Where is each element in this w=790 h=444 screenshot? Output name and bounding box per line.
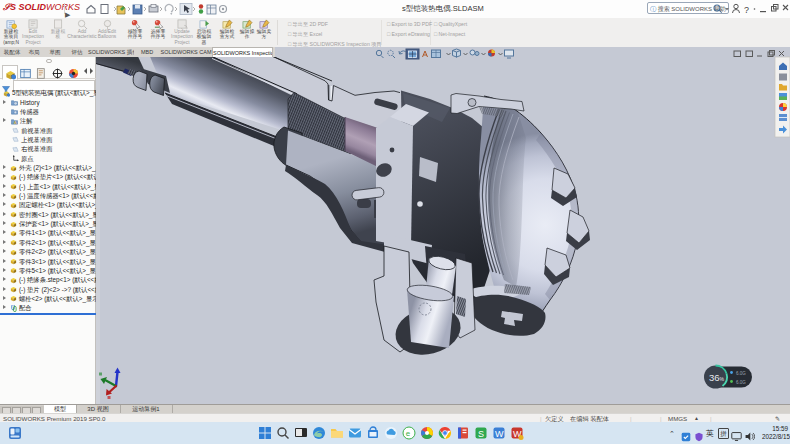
svg-text:?: ?: [744, 5, 749, 15]
svg-text:S: S: [478, 429, 484, 439]
svg-text:W: W: [495, 429, 504, 439]
svg-text:A: A: [14, 119, 17, 124]
svg-text:6.0G: 6.0G: [736, 371, 746, 376]
svg-text:e: e: [406, 429, 411, 438]
svg-text:6.0G: 6.0G: [736, 380, 746, 385]
